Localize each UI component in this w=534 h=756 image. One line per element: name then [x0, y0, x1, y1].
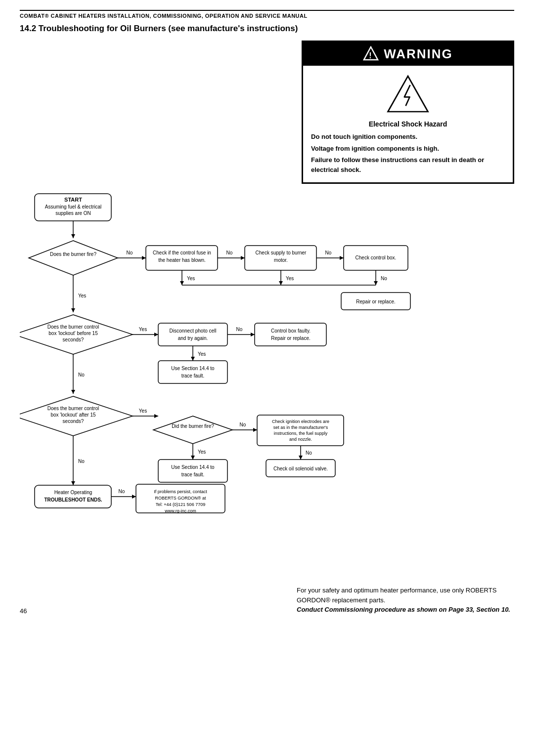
svg-marker-2 — [388, 76, 428, 112]
svg-text:Check if the control fuse in: Check if the control fuse in — [153, 250, 211, 255]
svg-rect-88 — [158, 460, 227, 482]
svg-marker-9 — [29, 241, 118, 275]
svg-text:No: No — [306, 450, 312, 456]
top-area: ! WARNING Electrical Shock Hazard Do not… — [20, 41, 514, 184]
svg-text:Yes: Yes — [139, 327, 147, 332]
svg-marker-75 — [153, 416, 232, 444]
svg-text:No: No — [381, 276, 387, 281]
svg-text:ROBERTS GORDON® at: ROBERTS GORDON® at — [155, 496, 206, 501]
svg-marker-78 — [253, 428, 257, 432]
svg-text:START: START — [64, 197, 82, 203]
svg-text:Yes: Yes — [286, 276, 294, 281]
svg-marker-54 — [251, 333, 255, 336]
warning-box: ! WARNING Electrical Shock Hazard Do not… — [302, 41, 514, 184]
svg-text:If problems persist, contact: If problems persist, contact — [154, 489, 207, 494]
warning-title: Electrical Shock Hazard — [311, 120, 505, 128]
bottom-text-2: Conduct Commissioning procedure as shown… — [297, 605, 514, 615]
svg-text:seconds?: seconds? — [63, 337, 84, 342]
lightning-icon — [386, 72, 430, 116]
svg-marker-8 — [71, 234, 75, 238]
svg-text:supplies are ON: supplies are ON — [55, 210, 91, 216]
svg-text:Yes: Yes — [198, 449, 206, 455]
warning-body: Electrical Shock Hazard Do not touch ign… — [303, 66, 513, 182]
svg-text:set as in the manufacturer's: set as in the manufacturer's — [273, 425, 328, 430]
page-header: COMBAT® Cabinet Heaters Installation, Co… — [20, 10, 514, 19]
warning-triangle-icon: ! — [363, 46, 379, 62]
svg-marker-97 — [71, 481, 75, 485]
svg-text:No: No — [325, 250, 332, 255]
svg-text:Repair or replace.: Repair or replace. — [356, 299, 395, 304]
svg-text:Does the burner control: Does the burner control — [47, 324, 99, 330]
bottom-text: For your safety and optimum heater perfo… — [297, 586, 514, 615]
svg-text:box 'lockout' after 15: box 'lockout' after 15 — [50, 412, 96, 418]
svg-marker-24 — [340, 256, 344, 260]
flowchart-svg: START Assuming fuel & electrical supplie… — [20, 189, 514, 574]
svg-text:www.rg-inc.com: www.rg-inc.com — [164, 508, 196, 513]
svg-marker-66 — [71, 390, 75, 394]
svg-text:instructions, the fuel supply: instructions, the fuel supply — [274, 431, 328, 436]
svg-text:Yes: Yes — [139, 408, 147, 414]
svg-marker-92 — [299, 456, 303, 460]
warning-line-2: Voltage from ignition components is high… — [311, 144, 505, 154]
svg-text:No: No — [236, 327, 243, 332]
svg-marker-60 — [191, 357, 195, 361]
svg-marker-29 — [180, 281, 184, 285]
svg-marker-18 — [241, 256, 245, 260]
svg-text:Control box faulty.: Control box faulty. — [271, 328, 311, 334]
svg-marker-32 — [279, 281, 283, 285]
svg-text:Check ignition electrodes are: Check ignition electrodes are — [272, 419, 329, 424]
svg-text:No: No — [78, 372, 85, 378]
svg-text:Does the burner control: Does the burner control — [47, 406, 99, 411]
flowchart: START Assuming fuel & electrical supplie… — [20, 189, 514, 576]
svg-text:Does the burner fire?: Does the burner fire? — [50, 252, 96, 257]
svg-marker-103 — [132, 495, 136, 499]
svg-rect-62 — [158, 361, 227, 383]
svg-text:the heater has blown.: the heater has blown. — [158, 257, 206, 263]
page-number: 46 — [20, 607, 27, 615]
warning-line-3: Failure to follow these instructions can… — [311, 155, 505, 174]
svg-text:Assuming fuel & electrical: Assuming fuel & electrical — [45, 204, 102, 210]
svg-marker-86 — [191, 456, 195, 460]
svg-text:Heater Operating: Heater Operating — [54, 490, 92, 495]
svg-text:Tel: +44 (0)121 506 7709: Tel: +44 (0)121 506 7709 — [156, 502, 205, 507]
svg-rect-56 — [255, 323, 326, 346]
svg-text:Check control box.: Check control box. — [356, 255, 397, 260]
svg-text:Yes: Yes — [187, 276, 195, 281]
svg-text:trace fault.: trace fault. — [181, 472, 205, 477]
header-title: COMBAT® Cabinet Heaters Installation, Co… — [20, 13, 308, 19]
svg-text:Use Section 14.4 to: Use Section 14.4 to — [171, 464, 215, 470]
svg-text:No: No — [119, 489, 125, 494]
svg-text:Use Section 14.4 to: Use Section 14.4 to — [171, 366, 215, 371]
warning-text: Do not touch ignition components. Voltag… — [311, 132, 505, 174]
svg-text:and nozzle.: and nozzle. — [289, 437, 312, 442]
warning-label: WARNING — [384, 46, 453, 62]
svg-text:No: No — [240, 422, 246, 427]
warning-header: ! WARNING — [303, 42, 513, 66]
svg-text:motor.: motor. — [274, 257, 288, 263]
svg-text:seconds?: seconds? — [63, 419, 84, 424]
section-title: 14.2 Troubleshooting for Oil Burners (se… — [20, 24, 514, 34]
warning-line-1: Do not touch ignition components. — [311, 132, 505, 142]
svg-marker-48 — [154, 333, 158, 336]
svg-text:TROUBLESHOOT ENDS.: TROUBLESHOOT ENDS. — [44, 497, 102, 503]
svg-text:!: ! — [369, 51, 372, 60]
svg-text:trace fault.: trace fault. — [181, 373, 205, 378]
svg-text:Check supply to burner: Check supply to burner — [256, 250, 307, 255]
svg-marker-12 — [142, 256, 146, 260]
svg-marker-35 — [374, 281, 378, 285]
svg-text:Disconnect photo cell: Disconnect photo cell — [169, 328, 216, 334]
bottom-section: 46 For your safety and optimum heater pe… — [20, 586, 514, 615]
svg-text:No: No — [127, 250, 133, 255]
svg-text:Check oil solenoid valve.: Check oil solenoid valve. — [273, 466, 328, 471]
svg-marker-41 — [71, 308, 75, 312]
svg-marker-73 — [154, 414, 158, 418]
warning-icon-area — [311, 72, 505, 116]
svg-text:No: No — [78, 459, 85, 464]
svg-text:No: No — [226, 250, 233, 255]
svg-text:and try again.: and try again. — [178, 336, 208, 341]
svg-text:Did the burner fire?: Did the burner fire? — [172, 423, 214, 429]
svg-text:box 'lockout' before 15: box 'lockout' before 15 — [48, 331, 98, 336]
svg-text:Yes: Yes — [198, 351, 206, 357]
svg-rect-99 — [35, 485, 111, 508]
svg-rect-50 — [158, 323, 227, 346]
